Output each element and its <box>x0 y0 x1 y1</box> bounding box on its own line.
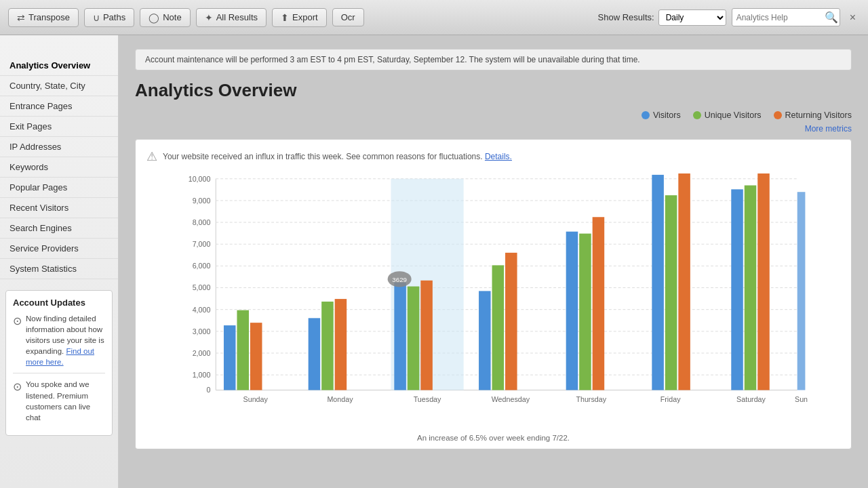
svg-text:6,000: 6,000 <box>193 262 211 270</box>
note-icon: ◯ <box>149 12 159 23</box>
show-results-label: Show Results: <box>598 12 654 22</box>
paths-button[interactable]: ∪ Paths <box>84 8 134 27</box>
main-layout: Analytics Overview Country, State, City … <box>0 35 868 488</box>
close-button[interactable]: × <box>846 10 860 25</box>
legend-unique-visitors: Unique Visitors <box>693 110 762 120</box>
search-icon[interactable]: 🔍 <box>825 11 838 24</box>
toolbar: ⇄ Transpose ∪ Paths ◯ Note ✦ All Results… <box>0 0 868 35</box>
svg-rect-38 <box>492 265 505 390</box>
account-update-icon-2: ⊙ <box>13 380 22 394</box>
svg-text:3,000: 3,000 <box>193 327 211 336</box>
sidebar-item-popular-pages[interactable]: Popular Pages <box>0 178 118 198</box>
svg-text:Wednesday: Wednesday <box>492 395 530 403</box>
svg-rect-25 <box>250 323 262 390</box>
svg-rect-33 <box>420 281 433 390</box>
chart-warning-text: Your website received an influx in traff… <box>163 152 512 161</box>
account-update-icon-1: ⊙ <box>13 314 22 329</box>
content-area: Account maintenance will be performed 3 … <box>119 35 868 488</box>
svg-text:Friday: Friday <box>660 395 681 403</box>
legend-returning-visitors: Returning Visitors <box>774 110 852 120</box>
svg-text:4,000: 4,000 <box>193 306 211 314</box>
svg-text:Thursday: Thursday <box>576 395 606 403</box>
note-button[interactable]: ◯ Note <box>140 8 190 27</box>
svg-rect-31 <box>394 283 406 390</box>
unique-visitors-dot <box>693 111 701 119</box>
account-update-text-1: Now finding detailed information about h… <box>26 313 105 367</box>
returning-visitors-dot <box>774 111 782 119</box>
svg-rect-32 <box>408 287 420 390</box>
svg-rect-49 <box>731 189 743 390</box>
account-updates-item-2: ⊙ You spoke and we listened. Premium cus… <box>13 379 105 422</box>
bar-group-sunday2: Sun <box>795 192 808 403</box>
svg-text:9,000: 9,000 <box>193 197 211 205</box>
chart-footer-text: An increase of 6.5% over week ending 7/2… <box>417 434 570 442</box>
visitors-label: Visitors <box>653 110 681 120</box>
svg-rect-37 <box>479 291 491 390</box>
ocr-button[interactable]: Ocr <box>332 8 364 26</box>
transpose-label: Transpose <box>28 12 70 22</box>
paths-icon: ∪ <box>93 12 100 23</box>
warning-icon: ⚠ <box>146 149 157 164</box>
svg-rect-29 <box>335 299 347 390</box>
sidebar-item-ip-addresses[interactable]: IP Addresses <box>0 137 118 157</box>
svg-text:5,000: 5,000 <box>193 283 211 291</box>
more-metrics-link[interactable]: More metrics <box>135 124 852 134</box>
bar-group-monday: Monday <box>309 299 353 403</box>
bar-group-sunday: Sunday <box>224 310 269 403</box>
bar-group-wednesday: Wednesday <box>479 253 530 403</box>
svg-rect-53 <box>797 192 806 390</box>
maintenance-notice: Account maintenance will be performed 3 … <box>135 49 852 70</box>
svg-rect-41 <box>566 232 578 390</box>
bar-group-saturday: Saturday <box>731 174 770 403</box>
svg-text:3629: 3629 <box>392 276 407 283</box>
sidebar-item-keywords[interactable]: Keywords <box>0 157 118 178</box>
svg-rect-47 <box>678 174 690 390</box>
sidebar-item-country-state-city[interactable]: Country, State, City <box>0 76 118 96</box>
account-updates-panel: Account Updates ⊙ Now finding detailed i… <box>5 290 113 436</box>
sidebar-nav: Analytics Overview Country, State, City … <box>0 56 118 279</box>
sidebar-item-analytics-overview[interactable]: Analytics Overview <box>0 56 118 76</box>
account-update-text-2: You spoke and we listened. Premium custo… <box>26 379 105 422</box>
svg-text:Sunday: Sunday <box>243 395 269 403</box>
show-results-select[interactable]: Daily Weekly Monthly <box>658 9 726 26</box>
all-results-button[interactable]: ✦ All Results <box>196 8 267 27</box>
account-updates-divider <box>13 373 105 373</box>
find-out-more-link[interactable]: Find out more here. <box>26 347 94 366</box>
svg-text:8,000: 8,000 <box>193 218 211 226</box>
svg-rect-27 <box>309 318 321 390</box>
svg-rect-28 <box>321 302 334 390</box>
note-label: Note <box>163 12 181 22</box>
svg-text:Monday: Monday <box>327 395 353 403</box>
legend-row: Visitors Unique Visitors Returning Visit… <box>135 110 852 120</box>
svg-rect-42 <box>579 234 591 390</box>
sidebar-item-recent-visitors[interactable]: Recent Visitors <box>0 198 118 218</box>
sidebar-item-exit-pages[interactable]: Exit Pages <box>0 117 118 137</box>
bar-chart-svg: 10,000 9,000 8,000 7,000 6,000 5,000 4,0… <box>146 172 840 430</box>
svg-text:2,000: 2,000 <box>193 349 211 357</box>
svg-rect-23 <box>224 325 236 390</box>
svg-rect-43 <box>593 217 605 390</box>
search-input[interactable] <box>736 13 825 22</box>
transpose-button[interactable]: ⇄ Transpose <box>8 8 79 27</box>
details-link[interactable]: Details. <box>485 152 512 161</box>
sidebar-item-entrance-pages[interactable]: Entrance Pages <box>0 96 118 117</box>
more-metrics-text: More metrics <box>805 124 852 134</box>
all-results-label: All Results <box>216 12 258 22</box>
export-button[interactable]: ⬆ Export <box>272 8 327 27</box>
bar-group-thursday: Thursday <box>566 217 607 403</box>
account-updates-title: Account Updates <box>13 298 105 308</box>
show-results-area: Show Results: Daily Weekly Monthly <box>598 9 726 26</box>
chart-footer: An increase of 6.5% over week ending 7/2… <box>146 434 840 442</box>
svg-text:7,000: 7,000 <box>193 240 211 248</box>
returning-visitors-label: Returning Visitors <box>785 110 852 120</box>
sidebar-item-search-engines[interactable]: Search Engines <box>0 218 118 239</box>
export-icon: ⬆ <box>281 12 289 23</box>
all-results-icon: ✦ <box>205 12 213 23</box>
chart-area: 10,000 9,000 8,000 7,000 6,000 5,000 4,0… <box>146 172 840 430</box>
maintenance-text: Account maintenance will be performed 3 … <box>145 55 640 64</box>
transpose-icon: ⇄ <box>17 12 25 23</box>
sidebar-item-service-providers[interactable]: Service Providers <box>0 239 118 259</box>
sidebar-item-system-statistics[interactable]: System Statistics <box>0 259 118 279</box>
legend-visitors: Visitors <box>642 110 681 120</box>
chart-warning: ⚠ Your website received an influx in tra… <box>146 149 840 164</box>
